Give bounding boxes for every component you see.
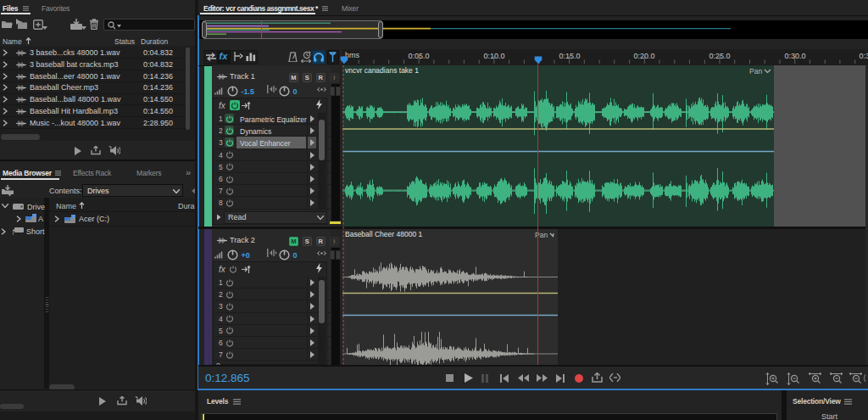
svg-text:Baseball Cheer 48000 1: Baseball Cheer 48000 1 xyxy=(345,230,422,238)
svg-text:Pan: Pan xyxy=(749,67,762,76)
svg-text:vncvr canadians take 1: vncvr canadians take 1 xyxy=(345,66,419,75)
